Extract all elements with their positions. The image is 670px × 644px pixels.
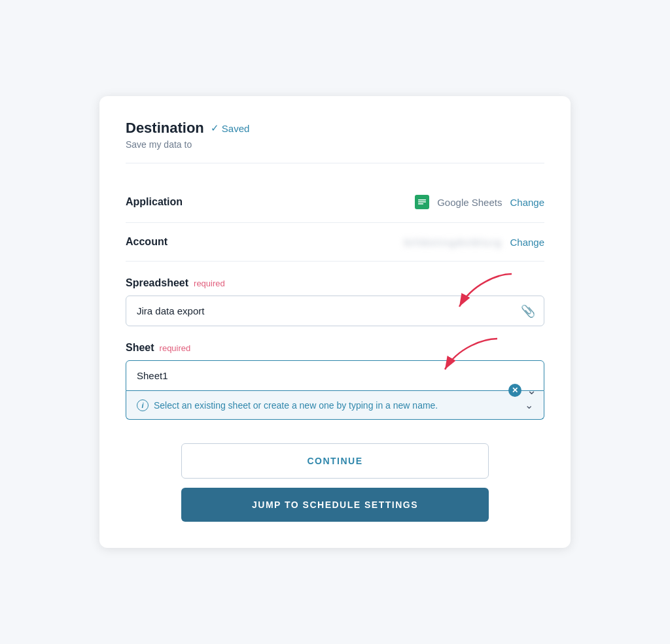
application-label: Application xyxy=(126,196,183,208)
svg-rect-2 xyxy=(418,201,426,203)
main-card: Destination ✓ Saved Save my data to Appl… xyxy=(99,96,571,548)
sheet-info-text: i Select an existing sheet or create a n… xyxy=(137,399,438,411)
header-subtitle: Save my data to xyxy=(126,139,544,150)
application-row: Application Google Sheets Change xyxy=(126,182,544,223)
continue-button[interactable]: CONTINUE xyxy=(181,443,489,479)
header-title-row: Destination ✓ Saved xyxy=(126,120,544,137)
spreadsheet-input[interactable] xyxy=(126,296,544,326)
saved-badge: ✓ Saved xyxy=(211,122,250,134)
account-row: Account billdotingdotblurg Change xyxy=(126,223,544,262)
svg-rect-1 xyxy=(418,199,426,201)
sheet-required: required xyxy=(160,343,191,353)
sheet-select-icons: ✕ ⌄ xyxy=(508,383,537,398)
header-section: Destination ✓ Saved Save my data to xyxy=(126,120,544,163)
spreadsheet-input-wrapper: 📎 xyxy=(126,296,544,326)
sheet-clear-button[interactable]: ✕ xyxy=(508,384,521,397)
jump-to-schedule-button[interactable]: JUMP TO SCHEDULE SETTINGS xyxy=(181,488,489,522)
account-label: Account xyxy=(126,236,168,248)
buttons-section: CONTINUE JUMP TO SCHEDULE SETTINGS xyxy=(126,443,544,522)
sheet-info-label: Select an existing sheet or create a new… xyxy=(154,400,438,411)
info-chevron-icon[interactable]: ⌄ xyxy=(525,399,533,411)
google-sheets-icon xyxy=(415,195,429,209)
account-change-link[interactable]: Change xyxy=(510,237,544,248)
page-title: Destination xyxy=(126,120,204,137)
info-icon: i xyxy=(137,399,149,411)
form-section: Spreadsheet required 📎 Sheet re xyxy=(126,277,544,420)
account-value: billdotingdotblurg xyxy=(404,237,502,248)
sheet-label-row: Sheet required xyxy=(126,342,544,354)
application-value: Google Sheets xyxy=(437,197,502,208)
sheet-input[interactable] xyxy=(126,360,544,391)
saved-label: Saved xyxy=(222,123,250,134)
sheet-info-box: i Select an existing sheet or create a n… xyxy=(126,391,544,420)
spreadsheet-label: Spreadsheet xyxy=(126,277,188,289)
application-right: Google Sheets Change xyxy=(415,195,544,209)
checkmark-icon: ✓ xyxy=(211,122,219,134)
sheet-select-wrapper: ✕ ⌄ i Select an existing sheet or create… xyxy=(126,360,544,420)
application-change-link[interactable]: Change xyxy=(510,197,544,208)
spreadsheet-group: Spreadsheet required 📎 xyxy=(126,277,544,326)
sheet-label: Sheet xyxy=(126,342,154,354)
spreadsheet-required: required xyxy=(194,279,225,288)
spreadsheet-label-row: Spreadsheet required xyxy=(126,277,544,289)
account-right: billdotingdotblurg Change xyxy=(404,237,544,248)
sheet-group: Sheet required ✕ ⌄ xyxy=(126,342,544,420)
svg-rect-3 xyxy=(418,203,423,205)
sheet-chevron-icon[interactable]: ⌄ xyxy=(527,383,537,398)
